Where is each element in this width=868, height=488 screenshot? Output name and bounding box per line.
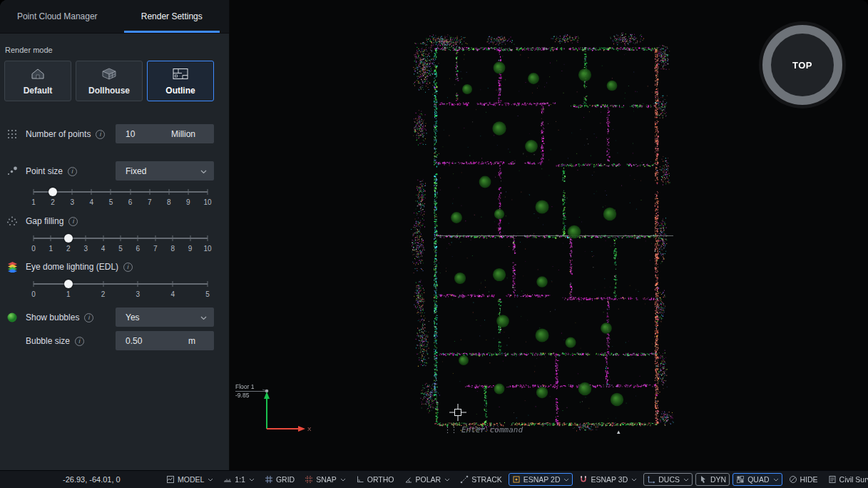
- slider-tick: [173, 281, 173, 287]
- sidebar: Point Cloud Manager Render Settings Rend…: [0, 0, 230, 470]
- status-bar: -26.93, -64.01, 0 MODEL1:1GRIDSNAPORTHOP…: [0, 470, 868, 488]
- slider-tick-label: 6: [136, 245, 141, 253]
- point-size-icon: [5, 166, 19, 177]
- slider-tick: [86, 235, 86, 241]
- statusbar-dyn[interactable]: DYN: [695, 473, 730, 486]
- statusbar-label: ESNAP 3D: [591, 475, 628, 484]
- slider-tick: [190, 235, 190, 241]
- slider-tick: [173, 235, 173, 241]
- slider-tick-label: 3: [83, 245, 88, 253]
- esnap3d-icon: [579, 475, 588, 484]
- setting-point-size: Point size i Fixed: [0, 161, 229, 181]
- point-size-dropdown[interactable]: Fixed: [116, 161, 214, 181]
- gap-filling-slider[interactable]: 012345678910: [34, 233, 208, 255]
- slider-tick-label: 10: [203, 198, 211, 206]
- slider-tick-label: 1: [66, 290, 71, 298]
- statusbar-quad[interactable]: QUAD: [732, 473, 782, 486]
- setting-label: Number of points: [26, 129, 91, 139]
- setting-bubble-size: Bubble size i 0.50 m: [0, 331, 229, 351]
- chevron-down-icon: [208, 478, 213, 482]
- outline-plan-icon: [172, 67, 189, 83]
- slider-tick-label: 5: [118, 245, 123, 253]
- show-bubbles-dropdown[interactable]: Yes: [116, 307, 214, 327]
- slider-tick-label: 0: [31, 290, 36, 298]
- bubble-size-unit: m: [188, 336, 195, 346]
- dyn-icon: [699, 475, 708, 484]
- statusbar-esnap3d[interactable]: ESNAP 3D: [576, 473, 640, 486]
- chevron-down-icon: [683, 478, 689, 482]
- slider-tick-label: 8: [167, 198, 171, 206]
- info-icon[interactable]: i: [84, 313, 93, 322]
- point-size-slider[interactable]: 12345678910: [34, 186, 208, 209]
- info-icon[interactable]: i: [75, 337, 84, 346]
- info-icon[interactable]: i: [68, 217, 78, 226]
- house-icon: [29, 67, 46, 83]
- info-icon[interactable]: i: [68, 167, 77, 176]
- slider-tick-label: 4: [101, 245, 106, 253]
- slider-tick: [188, 189, 188, 195]
- statusbar-ducs[interactable]: DUCS: [643, 473, 693, 486]
- slider-tick: [51, 235, 51, 241]
- statusbar-label: HIDE: [800, 475, 818, 484]
- edl-slider[interactable]: 012345: [34, 278, 208, 301]
- x-axis-label: X: [307, 426, 312, 432]
- statusbar-civil[interactable]: Civil Survey: [824, 473, 868, 486]
- statusbar-snap[interactable]: SNAP: [301, 473, 349, 486]
- statusbar-polar[interactable]: POLAR: [401, 473, 454, 486]
- statusbar-strack[interactable]: STRACK: [456, 473, 506, 486]
- render-mode-outline-button[interactable]: Outline: [147, 61, 214, 101]
- tab-render-settings[interactable]: Render Settings: [115, 0, 230, 33]
- bubble-size-input[interactable]: 0.50 m: [116, 331, 214, 350]
- statusbar-hide[interactable]: HIDE: [785, 473, 822, 486]
- statusbar-grid[interactable]: GRID: [261, 473, 298, 486]
- bubble-size-value: 0.50: [126, 336, 142, 346]
- gap-filling-icon: [5, 215, 19, 227]
- chevron-down-icon: [563, 478, 569, 482]
- view-orientation-indicator[interactable]: TOP: [762, 25, 842, 105]
- slider-tick: [130, 189, 131, 195]
- slider-tick-label: 2: [101, 290, 106, 298]
- slider-tick: [34, 189, 34, 195]
- slider-tick: [155, 235, 155, 241]
- render-mode-default-button[interactable]: Default: [4, 61, 71, 101]
- slider-track: [34, 283, 208, 285]
- slider-tick: [208, 189, 208, 195]
- slider-tick-label: 3: [136, 290, 141, 298]
- statusbar-esnap2d[interactable]: ESNAP 2D: [509, 473, 573, 486]
- statusbar-label: ORTHO: [367, 475, 394, 484]
- chevron-down-icon: [631, 478, 637, 482]
- slider-handle[interactable]: [64, 280, 73, 288]
- statusbar-model[interactable]: MODEL: [163, 473, 217, 486]
- chevron-down-icon: [444, 478, 450, 482]
- info-icon[interactable]: i: [123, 263, 133, 272]
- slider-tick: [138, 281, 138, 287]
- application-window: Point Cloud Manager Render Settings Rend…: [0, 0, 868, 488]
- slider-tick-label: 4: [170, 290, 175, 298]
- statusbar-ortho[interactable]: ORTHO: [352, 473, 398, 486]
- slider-tick: [72, 189, 73, 195]
- setting-number-of-points: Number of points i 10 Million: [0, 124, 229, 144]
- statusbar-label: Civil Survey: [839, 475, 868, 484]
- slider-handle[interactable]: [64, 234, 73, 243]
- tab-point-cloud-manager[interactable]: Point Cloud Manager: [0, 0, 115, 33]
- render-mode-dollhouse-button[interactable]: Dollhouse: [76, 61, 143, 101]
- setting-show-bubbles: Show bubbles i Yes: [0, 307, 229, 327]
- slider-handle[interactable]: [48, 188, 57, 196]
- tab-label: Point Cloud Manager: [17, 11, 98, 21]
- number-of-points-value: 10: [126, 129, 135, 139]
- command-line[interactable]: ⋮⋮ Enter command: [444, 425, 523, 434]
- setting-eye-dome-lighting: Eye dome lighting (EDL) i: [0, 257, 229, 277]
- info-icon[interactable]: i: [96, 130, 105, 139]
- chevron-down-icon: [340, 478, 346, 482]
- statusbar-scale[interactable]: 1:1: [220, 473, 258, 486]
- chevron-down-icon: [200, 312, 207, 322]
- points-grid-icon: [5, 128, 19, 140]
- statusbar-label: ESNAP 2D: [524, 475, 561, 484]
- slider-tick-label: 9: [186, 198, 190, 206]
- statusbar-label: 1:1: [235, 475, 245, 484]
- bubble-icon: [5, 312, 19, 323]
- number-of-points-input[interactable]: 10 Million: [116, 124, 214, 143]
- setting-gap-filling: Gap filling i: [0, 211, 229, 231]
- command-history-arrow[interactable]: ▴: [617, 428, 621, 435]
- slider-tick-label: 4: [90, 198, 94, 206]
